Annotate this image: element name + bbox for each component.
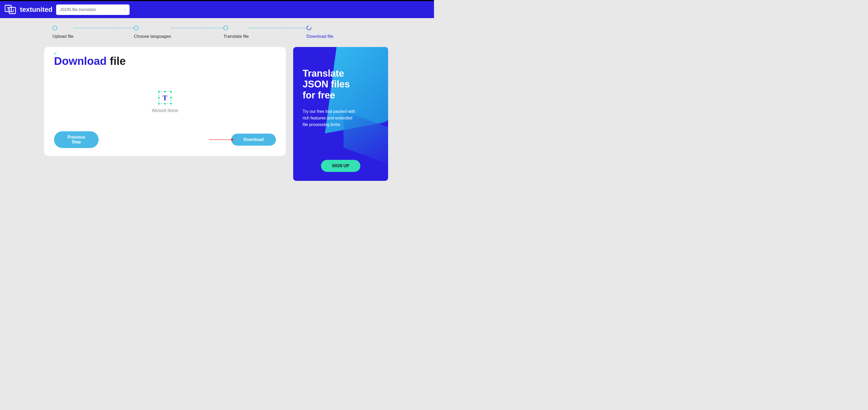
step-translate-file[interactable]: Translate file [223,26,249,39]
tool-selector-label: JSON file translator [60,7,96,12]
previous-step-button[interactable]: Previous Step [54,131,99,148]
svg-text:T: T [163,94,167,102]
svg-rect-11 [164,103,166,105]
dropdown-divider [121,7,122,12]
brand-logo-icon: T U [5,5,16,14]
svg-rect-10 [158,103,160,105]
title-rest: file [110,55,126,67]
step-circle-icon [53,26,57,30]
tool-selector-dropdown[interactable]: JSON file translator ▾ [56,4,129,15]
step-circle-icon [223,26,228,30]
promo-subtitle: Try our free trial packed with rich feat… [303,109,358,128]
step-label: Upload file [53,34,73,39]
app-header: T U textunited JSON file translator ▾ [0,1,434,18]
svg-text:U: U [11,9,14,13]
progress-stepper: Upload file Choose languages Translate f… [0,18,434,45]
step-label: Translate file [223,34,249,39]
signup-button[interactable]: SIGN UP [321,160,360,172]
step-connector [171,28,223,28]
step-label: Download file [307,34,333,39]
promo-title: Translate JSON files for free [303,68,379,100]
svg-rect-8 [158,97,160,98]
svg-rect-5 [158,91,160,92]
loading-status-text: Almost done [152,108,178,113]
chevron-down-icon: ▾ [124,8,126,11]
svg-rect-6 [164,91,166,92]
loading-icon: T [158,91,172,105]
step-label: Choose languages [134,34,171,39]
title-accent: Download [54,55,107,67]
page-title: Download file [54,55,276,67]
svg-rect-9 [170,97,172,98]
main-card: Download file T Almost done [44,47,286,156]
download-button[interactable]: Download [231,134,276,146]
step-connector [73,28,134,28]
loading-block: T Almost done [54,73,276,131]
svg-rect-7 [170,91,172,92]
step-upload-file[interactable]: Upload file [53,26,73,39]
step-download-file[interactable]: Download file [307,26,333,39]
content-row: Download file T Almost done [0,45,434,181]
step-choose-languages[interactable]: Choose languages [134,26,171,39]
brand-name: textunited [20,5,53,13]
button-row: Previous Step Download [54,131,276,148]
svg-rect-12 [170,103,172,105]
annotation-arrow-icon [209,138,234,141]
step-circle-icon [134,26,138,30]
step-circle-spinner-icon [306,25,312,31]
step-connector [249,28,307,28]
promo-card: Translate JSON files for free Try our fr… [293,47,388,181]
